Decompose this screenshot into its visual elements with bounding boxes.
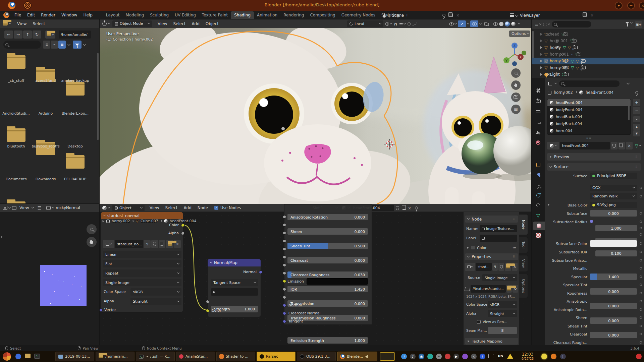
wireframe-shading-button[interactable] [493,22,498,26]
principled-bsdf-node[interactable]: Anisotropic Rotation0.000 Sheen0.000 She… [284,204,372,325]
input-socket[interactable] [283,288,286,291]
view-as-render-checkbox[interactable]: View as Ren... [477,320,507,324]
folder-icon[interactable] [7,128,25,142]
taskbar-window-2[interactable]: /home/am... [96,352,135,361]
shader-add-menu[interactable]: Add [181,205,195,210]
forward-button[interactable]: → [14,31,22,39]
tray-cam-icon[interactable]: ◉ [419,354,424,359]
normal-output-socket[interactable] [259,270,262,274]
display-mode-button[interactable]: ☰ [535,22,541,26]
tab-output[interactable] [535,109,541,114]
folder-icon[interactable] [66,82,85,96]
outliner-row-head[interactable]: ▽head▽ [540,31,644,38]
menu-file[interactable]: File [11,13,24,17]
file-scrollbar[interactable] [97,53,99,140]
slots-scrollbar[interactable] [628,100,630,120]
scene-selector[interactable]: Scene × [382,12,483,19]
use-nodes-checkbox[interactable]: ✓ Use Nodes [214,205,241,210]
emission-color-swatch[interactable] [307,278,368,285]
input-socket[interactable] [283,320,286,323]
hamburger-menu-icon[interactable]: ☰ [37,205,41,210]
filter-settings-chevron[interactable] [83,42,87,46]
input-socket[interactable] [283,312,286,315]
thumbnail-view-button[interactable]: ▦ [58,41,66,49]
pivot-point-button[interactable] [385,22,392,26]
image-texture-node[interactable]: stardust_noemal Color Alpha stardust_no.… [101,212,183,312]
filter-type-button[interactable] [543,23,550,26]
input-socket[interactable] [283,255,286,259]
slot-row[interactable]: horn.004 [547,127,631,134]
input-socket[interactable] [283,263,286,267]
display-settings-chevron[interactable] [67,42,71,46]
navigation-gizmo[interactable]: Z Y X [501,40,528,67]
alpha-output-socket[interactable] [181,232,184,235]
surface-shader-button[interactable]: Principled BSDF [590,173,637,179]
vector-input-socket[interactable] [100,308,103,312]
gizmo-toggle[interactable]: ↗ [458,20,466,27]
properties-editor-icon[interactable] [548,82,552,85]
mode-selector[interactable]: Object Mode [112,20,152,27]
alpha-mode-dropdown[interactable]: Straight [130,298,181,305]
viewport-select-menu[interactable]: Select [170,21,189,26]
subsurface-color-swatch[interactable] [590,240,637,247]
properties-search-input[interactable] [559,80,620,87]
tray-cut-icon[interactable]: ✂ [436,354,442,359]
node-panel-header[interactable]: Node⠿ [465,216,518,223]
back-button[interactable]: ← [4,31,13,39]
decorator-dot[interactable] [640,276,642,278]
zoom-button[interactable] [87,224,97,234]
snap-settings-button[interactable] [399,22,406,25]
material-browse-button[interactable] [547,142,559,149]
folder-label[interactable]: Arduino [31,111,60,116]
viewport-object-menu[interactable]: Object [203,21,222,26]
folder-label[interactable]: _cb_stuff [1,78,31,83]
shader-node-menu[interactable]: Node [195,205,211,210]
tray-moon-icon[interactable]: ☾ [560,354,566,359]
tab-tool[interactable] [535,87,541,93]
folder-label[interactable]: Documents [1,177,31,181]
shader-view-menu[interactable]: View [147,205,162,210]
editor-type-button[interactable] [3,22,11,25]
folder-label[interactable]: anakey-backup [60,78,90,83]
pan-hand-button[interactable] [87,237,97,247]
taskbar-window-7[interactable]: OBS 29.1.3... [297,352,336,361]
material-specials[interactable]: ▽ [635,143,641,148]
copy-material-button[interactable] [619,142,625,149]
launcher-icon-1[interactable] [15,354,21,359]
tray-record-icon[interactable] [445,354,450,359]
pin-id-icon[interactable] [635,91,638,94]
uv-map-field[interactable] [211,288,258,296]
tab-object-data[interactable]: ▽ [535,213,541,218]
empty-slot[interactable] [380,352,395,361]
properties-options-chevron[interactable] [627,81,630,84]
transform-orientation-selector[interactable]: Local [347,20,383,27]
node-header[interactable]: stardust_noemal [101,212,183,219]
preview-panel-header[interactable]: Preview⠿ [547,153,641,161]
color-subpanel[interactable]: Color ≔ [465,244,518,251]
unlink-material-button[interactable]: × [626,142,633,149]
normal-map-node[interactable]: Normal/Map Normal Tangent Space Strength… [207,259,261,317]
app-menu-button[interactable] [3,352,11,361]
tray-info-icon[interactable]: i [401,354,407,359]
tray-bluetooth-icon[interactable]: ᛒ [480,354,485,359]
decorator-dot[interactable] [640,333,642,335]
tab-modeling[interactable]: Modeling [123,13,147,17]
breadcrumb-object[interactable]: horny.002 [554,90,573,95]
tab-scene[interactable] [535,129,541,135]
decorator-dot[interactable] [640,187,642,189]
tray-red-icon[interactable] [636,354,642,359]
options-dropdown[interactable]: Options [509,31,530,37]
taskbar-window-5[interactable]: Shader to ... [216,352,255,361]
tab-node[interactable]: Node [519,214,528,235]
taskbar-window-3[interactable]: ›_~ : zsh — K... [136,352,175,361]
editor-type-button[interactable] [102,206,110,210]
tab-compositing[interactable]: Compositing [307,13,338,17]
editor-type-button[interactable] [102,21,110,26]
file-path-field[interactable]: /home/amalie/ [59,31,91,39]
input-socket[interactable] [283,247,286,251]
shader-type-selector[interactable]: Object [112,205,145,211]
input-socket[interactable] [283,280,286,283]
menu-window[interactable]: Window [58,13,80,17]
tab-layout[interactable]: Layout [103,13,123,17]
node-header[interactable]: Normal/Map [208,259,261,266]
